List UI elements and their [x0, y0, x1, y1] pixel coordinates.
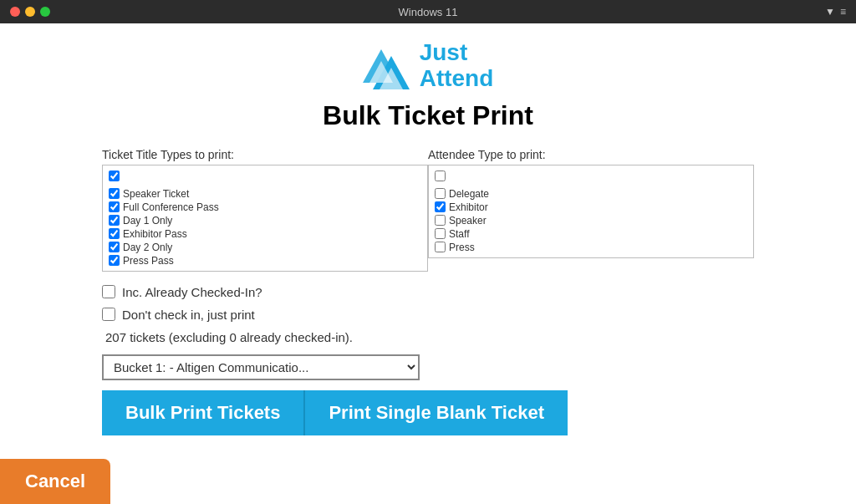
- ticket-type-full-conf-label: Full Conference Pass: [123, 201, 219, 213]
- logo: Just Attend: [363, 40, 494, 92]
- close-button[interactable]: [10, 7, 20, 17]
- attendee-type-delegate-label: Delegate: [449, 188, 489, 200]
- title-bar-controls: ▼ ≡: [825, 6, 846, 18]
- ticket-type-item: Exhibitor Pass: [106, 227, 424, 241]
- logo-line1: Just: [420, 40, 494, 66]
- already-checked-in-checkbox[interactable]: [102, 285, 115, 298]
- bucket-dropdown[interactable]: Bucket 1: - Altigen Communicatio...: [102, 354, 420, 380]
- attendee-type-speaker-checkbox[interactable]: [435, 215, 446, 226]
- settings-icon[interactable]: ▼: [825, 6, 835, 18]
- attendee-type-press-label: Press: [449, 242, 475, 253]
- attendee-type-exhibitor-checkbox[interactable]: [435, 201, 446, 212]
- ticket-type-full-conf-checkbox[interactable]: [109, 201, 120, 212]
- ticket-type-speaker-label: Speaker Ticket: [123, 188, 189, 200]
- ticket-type-item: Day 2 Only: [106, 241, 424, 254]
- action-buttons: Bulk Print Tickets Print Single Blank Ti…: [102, 390, 754, 435]
- ticket-type-exhibitor-label: Exhibitor Pass: [123, 228, 187, 240]
- bottom-section: Inc. Already Checked-In? Don't check in,…: [102, 285, 754, 449]
- attendee-type-delegate-checkbox[interactable]: [435, 188, 446, 199]
- print-single-blank-button[interactable]: Print Single Blank Ticket: [303, 390, 568, 435]
- ticket-types-label: Ticket Title Types to print:: [102, 148, 428, 161]
- ticket-type-day2-checkbox[interactable]: [109, 242, 120, 252]
- ticket-type-item: Speaker Ticket: [106, 187, 424, 201]
- attendee-type-item: Speaker: [432, 214, 750, 227]
- traffic-lights: [10, 7, 50, 17]
- ticket-type-day1-checkbox[interactable]: [109, 215, 120, 226]
- minimize-button[interactable]: [25, 7, 35, 17]
- ticket-types-master-checkbox[interactable]: [109, 171, 120, 181]
- already-checked-in-row: Inc. Already Checked-In?: [102, 285, 754, 299]
- attendee-type-exhibitor-label: Exhibitor: [449, 201, 488, 213]
- attendee-types-master-checkbox[interactable]: [435, 171, 446, 181]
- attendee-types-col: Attendee Type to print: Delegate Exhibit…: [428, 148, 754, 272]
- main-content: Just Attend Bulk Ticket Print Ticket Tit…: [0, 23, 856, 504]
- menu-icon[interactable]: ≡: [840, 6, 846, 18]
- logo-line2: Attend: [420, 66, 494, 92]
- ticket-type-item: Full Conference Pass: [106, 201, 424, 214]
- attendee-type-speaker-label: Speaker: [449, 215, 487, 227]
- ticket-sections: Ticket Title Types to print: Speaker Tic…: [102, 148, 754, 272]
- attendee-type-item: Staff: [432, 227, 750, 241]
- ticket-types-list: Speaker Ticket Full Conference Pass Day …: [102, 165, 428, 272]
- ticket-type-item: Press Pass: [106, 254, 424, 267]
- ticket-types-col: Ticket Title Types to print: Speaker Tic…: [102, 148, 428, 272]
- ticket-type-press-label: Press Pass: [123, 255, 174, 267]
- dont-check-in-row: Don't check in, just print: [102, 308, 754, 322]
- ticket-types-master-row: [106, 169, 424, 186]
- maximize-button[interactable]: [40, 7, 50, 17]
- dont-check-in-label: Don't check in, just print: [122, 308, 255, 322]
- attendee-type-staff-label: Staff: [449, 228, 469, 240]
- ticket-type-day1-label: Day 1 Only: [123, 215, 172, 227]
- attendee-type-item: Exhibitor: [432, 201, 750, 214]
- attendee-type-item: Delegate: [432, 187, 750, 201]
- already-checked-in-label: Inc. Already Checked-In?: [122, 285, 262, 299]
- attendee-types-label: Attendee Type to print:: [428, 148, 754, 161]
- attendee-types-master-row: [432, 169, 750, 186]
- ticket-type-exhibitor-checkbox[interactable]: [109, 228, 120, 239]
- ticket-type-press-checkbox[interactable]: [109, 255, 120, 266]
- logo-icon: [363, 41, 410, 91]
- bulk-print-button[interactable]: Bulk Print Tickets: [102, 390, 303, 435]
- attendee-type-press-checkbox[interactable]: [435, 242, 446, 252]
- ticket-count: 207 tickets (excluding 0 already checked…: [105, 330, 754, 344]
- attendee-types-list: Delegate Exhibitor Speaker Staff Press: [428, 165, 754, 258]
- attendee-type-item: Press: [432, 241, 750, 254]
- title-bar: Windows 11 ▼ ≡: [0, 0, 856, 23]
- page-title: Bulk Ticket Print: [323, 100, 533, 131]
- ticket-type-item: Day 1 Only: [106, 214, 424, 227]
- ticket-type-speaker-checkbox[interactable]: [109, 188, 120, 199]
- logo-text: Just Attend: [420, 40, 494, 92]
- attendee-type-staff-checkbox[interactable]: [435, 228, 446, 239]
- dont-check-in-checkbox[interactable]: [102, 308, 115, 321]
- window-title: Windows 11: [399, 6, 458, 18]
- cancel-button[interactable]: Cancel: [0, 459, 110, 504]
- ticket-type-day2-label: Day 2 Only: [123, 242, 172, 253]
